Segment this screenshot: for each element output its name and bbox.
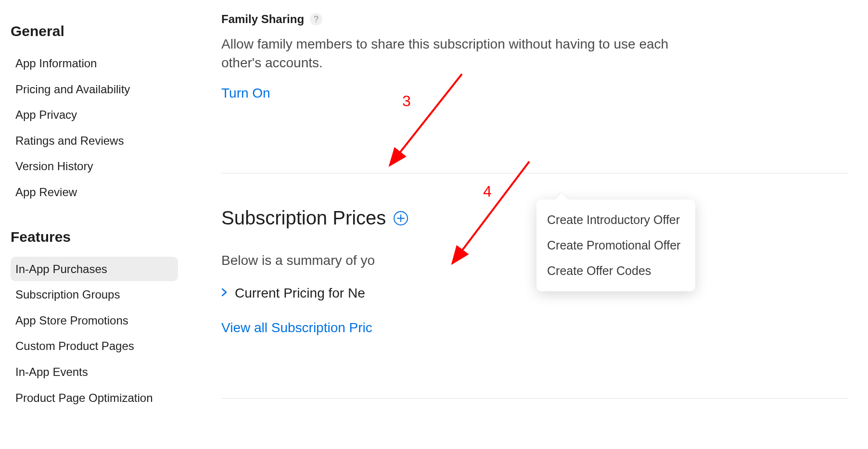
section-divider-bottom <box>221 398 849 399</box>
current-pricing-label: Current Pricing for Ne <box>235 286 365 301</box>
current-pricing-row[interactable]: Current Pricing for Ne <box>221 286 849 301</box>
add-price-popover: Create Introductory Offer Create Promoti… <box>536 200 695 291</box>
add-price-button[interactable] <box>394 211 408 225</box>
sidebar-section-general: General <box>11 23 178 39</box>
annotation-label-4: 4 <box>483 183 492 200</box>
help-icon[interactable]: ? <box>310 13 322 25</box>
sidebar-item-app-information[interactable]: App Information <box>11 51 178 76</box>
turn-on-link[interactable]: Turn On <box>221 86 270 101</box>
subscription-summary-text: Below is a summary of your subscription … <box>221 253 849 268</box>
subscription-prices-title: Subscription Prices <box>221 207 386 229</box>
sidebar-item-custom-product-pages[interactable]: Custom Product Pages <box>11 334 178 359</box>
annotation-label-3: 3 <box>402 92 411 110</box>
sidebar-item-subscription-groups[interactable]: Subscription Groups <box>11 282 178 307</box>
popover-create-introductory-offer[interactable]: Create Introductory Offer <box>536 207 695 233</box>
family-sharing-description: Allow family members to share this subsc… <box>221 35 702 72</box>
main-content: Family Sharing ? Allow family members to… <box>178 0 868 449</box>
sidebar-item-app-review[interactable]: App Review <box>11 180 178 205</box>
sidebar-item-ratings-reviews[interactable]: Ratings and Reviews <box>11 128 178 153</box>
sidebar-item-product-page-optimization[interactable]: Product Page Optimization <box>11 386 178 411</box>
sidebar-item-in-app-events[interactable]: In-App Events <box>11 360 178 385</box>
sidebar-item-pricing-availability[interactable]: Pricing and Availability <box>11 77 178 102</box>
subscription-prices-section: Subscription Prices Below is a summary o… <box>221 207 849 355</box>
family-sharing-title: Family Sharing <box>221 12 304 26</box>
sidebar: General App Information Pricing and Avai… <box>0 0 178 449</box>
section-divider <box>221 173 849 174</box>
summary-left: Below is a summary of yo <box>221 253 375 268</box>
popover-create-offer-codes[interactable]: Create Offer Codes <box>536 258 695 284</box>
family-sharing-section: Family Sharing ? Allow family members to… <box>221 12 849 120</box>
sidebar-section-features: Features <box>11 229 178 245</box>
sidebar-item-version-history[interactable]: Version History <box>11 154 178 179</box>
sidebar-item-app-store-promotions[interactable]: App Store Promotions <box>11 308 178 333</box>
sidebar-item-app-privacy[interactable]: App Privacy <box>11 102 178 127</box>
view-all-pricing-link[interactable]: View all Subscription Pric <box>221 320 372 336</box>
chevron-right-icon <box>221 287 227 299</box>
popover-create-promotional-offer[interactable]: Create Promotional Offer <box>536 233 695 258</box>
sidebar-item-in-app-purchases[interactable]: In-App Purchases <box>11 257 178 282</box>
plus-icon <box>397 214 405 222</box>
